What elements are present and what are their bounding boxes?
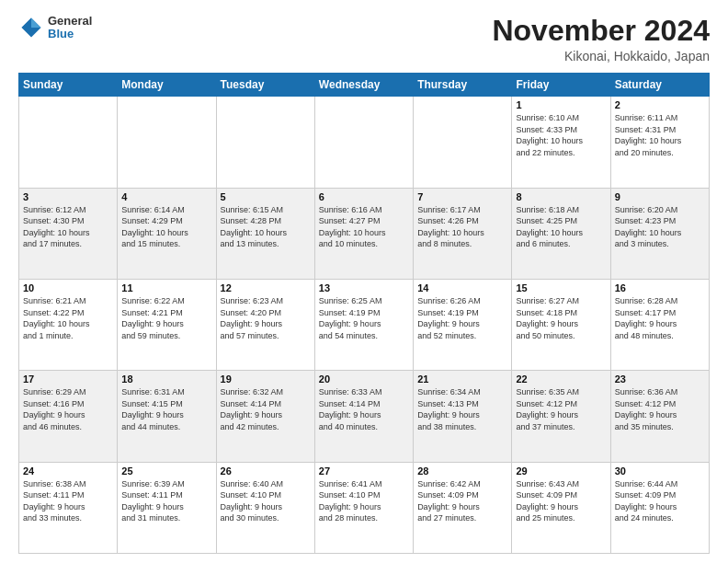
day-number: 5 — [221, 191, 311, 202]
calendar-cell-w4-d5: 21Sunrise: 6:34 AM Sunset: 4:13 PM Dayli… — [414, 371, 512, 462]
day-info: Sunrise: 6:20 AM Sunset: 4:23 PM Dayligh… — [615, 204, 705, 250]
calendar-cell-w4-d6: 22Sunrise: 6:35 AM Sunset: 4:12 PM Dayli… — [512, 371, 610, 462]
day-number: 17 — [23, 373, 113, 385]
calendar-week-5: 24Sunrise: 6:38 AM Sunset: 4:11 PM Dayli… — [19, 462, 710, 553]
calendar-cell-w5-d6: 29Sunrise: 6:43 AM Sunset: 4:09 PM Dayli… — [512, 462, 610, 553]
calendar-cell-w1-d3 — [216, 97, 314, 188]
day-number: 28 — [417, 465, 507, 477]
day-number: 19 — [221, 373, 311, 385]
calendar-cell-w1-d4 — [314, 97, 413, 188]
calendar-cell-w5-d1: 24Sunrise: 6:38 AM Sunset: 4:11 PM Dayli… — [19, 462, 118, 553]
calendar-cell-w5-d2: 25Sunrise: 6:39 AM Sunset: 4:11 PM Dayli… — [118, 462, 216, 553]
day-info: Sunrise: 6:15 AM Sunset: 4:28 PM Dayligh… — [221, 204, 311, 250]
header: General Blue November 2024 Kikonai, Hokk… — [18, 15, 710, 63]
calendar-cell-w5-d5: 28Sunrise: 6:42 AM Sunset: 4:09 PM Dayli… — [414, 462, 512, 553]
day-info: Sunrise: 6:34 AM Sunset: 4:13 PM Dayligh… — [417, 386, 507, 432]
calendar-cell-w3-d3: 12Sunrise: 6:23 AM Sunset: 4:20 PM Dayli… — [216, 279, 314, 370]
col-sunday: Sunday — [19, 74, 118, 97]
day-number: 24 — [23, 465, 113, 477]
day-info: Sunrise: 6:10 AM Sunset: 4:33 PM Dayligh… — [516, 112, 606, 158]
day-info: Sunrise: 6:33 AM Sunset: 4:14 PM Dayligh… — [319, 386, 409, 432]
day-number: 16 — [615, 282, 705, 293]
col-tuesday: Tuesday — [216, 74, 314, 97]
calendar-cell-w3-d5: 14Sunrise: 6:26 AM Sunset: 4:19 PM Dayli… — [414, 279, 512, 370]
calendar-cell-w5-d7: 30Sunrise: 6:44 AM Sunset: 4:09 PM Dayli… — [610, 462, 709, 553]
day-info: Sunrise: 6:41 AM Sunset: 4:10 PM Dayligh… — [319, 478, 409, 524]
day-number: 26 — [221, 465, 311, 477]
calendar-cell-w2-d4: 6Sunrise: 6:16 AM Sunset: 4:27 PM Daylig… — [314, 188, 413, 279]
day-number: 2 — [615, 99, 705, 110]
day-info: Sunrise: 6:42 AM Sunset: 4:09 PM Dayligh… — [417, 478, 507, 524]
day-info: Sunrise: 6:22 AM Sunset: 4:21 PM Dayligh… — [121, 295, 211, 341]
day-info: Sunrise: 6:21 AM Sunset: 4:22 PM Dayligh… — [23, 295, 113, 341]
calendar-cell-w3-d1: 10Sunrise: 6:21 AM Sunset: 4:22 PM Dayli… — [19, 279, 118, 370]
day-number: 27 — [319, 465, 409, 477]
calendar-cell-w5-d3: 26Sunrise: 6:40 AM Sunset: 4:10 PM Dayli… — [216, 462, 314, 553]
calendar-cell-w1-d5 — [414, 97, 512, 188]
calendar-header-row: Sunday Monday Tuesday Wednesday Thursday… — [19, 74, 710, 97]
calendar-cell-w3-d4: 13Sunrise: 6:25 AM Sunset: 4:19 PM Dayli… — [314, 279, 413, 370]
day-info: Sunrise: 6:29 AM Sunset: 4:16 PM Dayligh… — [23, 386, 113, 432]
calendar-cell-w2-d2: 4Sunrise: 6:14 AM Sunset: 4:29 PM Daylig… — [118, 188, 216, 279]
day-number: 18 — [121, 373, 211, 385]
day-info: Sunrise: 6:16 AM Sunset: 4:27 PM Dayligh… — [319, 204, 409, 250]
day-info: Sunrise: 6:39 AM Sunset: 4:11 PM Dayligh… — [121, 478, 211, 524]
day-number: 30 — [615, 465, 705, 477]
day-number: 15 — [516, 282, 606, 293]
day-info: Sunrise: 6:35 AM Sunset: 4:12 PM Dayligh… — [516, 386, 606, 432]
day-number: 6 — [319, 191, 409, 202]
calendar-cell-w4-d1: 17Sunrise: 6:29 AM Sunset: 4:16 PM Dayli… — [19, 371, 118, 462]
svg-marker-1 — [31, 18, 41, 29]
calendar-cell-w1-d1 — [19, 97, 118, 188]
day-number: 25 — [121, 465, 211, 477]
col-saturday: Saturday — [610, 74, 709, 97]
day-info: Sunrise: 6:14 AM Sunset: 4:29 PM Dayligh… — [121, 204, 211, 250]
calendar-week-3: 10Sunrise: 6:21 AM Sunset: 4:22 PM Dayli… — [19, 279, 710, 370]
day-number: 22 — [516, 373, 606, 385]
col-friday: Friday — [512, 74, 610, 97]
day-number: 29 — [516, 465, 606, 477]
day-info: Sunrise: 6:31 AM Sunset: 4:15 PM Dayligh… — [121, 386, 211, 432]
calendar-cell-w2-d5: 7Sunrise: 6:17 AM Sunset: 4:26 PM Daylig… — [414, 188, 512, 279]
day-number: 13 — [319, 282, 409, 293]
calendar-cell-w1-d2 — [118, 97, 216, 188]
day-info: Sunrise: 6:18 AM Sunset: 4:25 PM Dayligh… — [516, 204, 606, 250]
day-info: Sunrise: 6:38 AM Sunset: 4:11 PM Dayligh… — [23, 478, 113, 524]
day-number: 20 — [319, 373, 409, 385]
day-number: 3 — [23, 191, 113, 202]
calendar-table: Sunday Monday Tuesday Wednesday Thursday… — [18, 73, 710, 554]
logo-general: General — [48, 15, 92, 28]
day-number: 21 — [417, 373, 507, 385]
day-number: 9 — [615, 191, 705, 202]
col-thursday: Thursday — [414, 74, 512, 97]
day-number: 11 — [121, 282, 211, 293]
calendar-cell-w2-d7: 9Sunrise: 6:20 AM Sunset: 4:23 PM Daylig… — [610, 188, 709, 279]
calendar-week-4: 17Sunrise: 6:29 AM Sunset: 4:16 PM Dayli… — [19, 371, 710, 462]
day-info: Sunrise: 6:28 AM Sunset: 4:17 PM Dayligh… — [615, 295, 705, 341]
calendar-cell-w2-d3: 5Sunrise: 6:15 AM Sunset: 4:28 PM Daylig… — [216, 188, 314, 279]
day-number: 1 — [516, 99, 606, 110]
day-info: Sunrise: 6:26 AM Sunset: 4:19 PM Dayligh… — [417, 295, 507, 341]
day-info: Sunrise: 6:36 AM Sunset: 4:12 PM Dayligh… — [615, 386, 705, 432]
logo-text: General Blue — [48, 15, 92, 41]
calendar-week-1: 1Sunrise: 6:10 AM Sunset: 4:33 PM Daylig… — [19, 97, 710, 188]
calendar-cell-w3-d7: 16Sunrise: 6:28 AM Sunset: 4:17 PM Dayli… — [610, 279, 709, 370]
day-info: Sunrise: 6:40 AM Sunset: 4:10 PM Dayligh… — [221, 478, 311, 524]
calendar-cell-w4-d7: 23Sunrise: 6:36 AM Sunset: 4:12 PM Dayli… — [610, 371, 709, 462]
logo: General Blue — [18, 15, 92, 41]
page: General Blue November 2024 Kikonai, Hokk… — [0, 0, 728, 563]
calendar-cell-w2-d1: 3Sunrise: 6:12 AM Sunset: 4:30 PM Daylig… — [19, 188, 118, 279]
calendar-cell-w1-d6: 1Sunrise: 6:10 AM Sunset: 4:33 PM Daylig… — [512, 97, 610, 188]
day-info: Sunrise: 6:25 AM Sunset: 4:19 PM Dayligh… — [319, 295, 409, 341]
day-number: 23 — [615, 373, 705, 385]
calendar-cell-w5-d4: 27Sunrise: 6:41 AM Sunset: 4:10 PM Dayli… — [314, 462, 413, 553]
col-wednesday: Wednesday — [314, 74, 413, 97]
location: Kikonai, Hokkaido, Japan — [492, 49, 710, 63]
day-info: Sunrise: 6:17 AM Sunset: 4:26 PM Dayligh… — [417, 204, 507, 250]
day-info: Sunrise: 6:32 AM Sunset: 4:14 PM Dayligh… — [221, 386, 311, 432]
calendar-cell-w4-d3: 19Sunrise: 6:32 AM Sunset: 4:14 PM Dayli… — [216, 371, 314, 462]
day-info: Sunrise: 6:43 AM Sunset: 4:09 PM Dayligh… — [516, 478, 606, 524]
day-info: Sunrise: 6:27 AM Sunset: 4:18 PM Dayligh… — [516, 295, 606, 341]
title-block: November 2024 Kikonai, Hokkaido, Japan — [492, 15, 710, 63]
logo-blue: Blue — [48, 28, 92, 40]
